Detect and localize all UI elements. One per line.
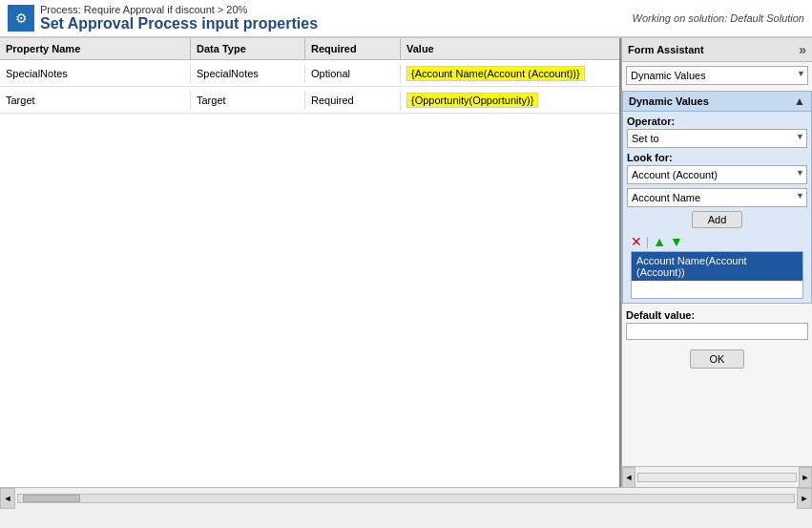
icon-toolbar: ✕ | ▲ ▼ bbox=[627, 232, 807, 251]
scroll-thumb[interactable] bbox=[23, 495, 80, 502]
operator-select-wrapper: Set to bbox=[627, 129, 807, 148]
collapse-icon[interactable]: » bbox=[799, 42, 806, 57]
separator: | bbox=[646, 235, 649, 248]
lookfor-label: Look for: bbox=[627, 152, 807, 163]
right-scroll-track bbox=[637, 473, 797, 482]
data-type-1: Target bbox=[191, 91, 305, 110]
default-value-input[interactable] bbox=[626, 323, 808, 340]
default-value-section: Default value: bbox=[622, 306, 812, 344]
collapse-dv-icon[interactable]: ▲ bbox=[794, 95, 805, 108]
property-name-0: SpecialNotes bbox=[0, 64, 191, 83]
scroll-right-arrow[interactable]: ► bbox=[797, 488, 812, 509]
value-tag-1[interactable]: {Opportunity(Opportunity)} bbox=[406, 93, 538, 108]
field-select[interactable]: Account Name bbox=[627, 188, 807, 207]
dynamic-values-body: Operator: Set to Look for: Account (Acco… bbox=[623, 112, 811, 303]
add-button[interactable]: Add bbox=[692, 211, 743, 228]
col-header-value: Value bbox=[401, 38, 619, 59]
value-cell-0: {Account Name(Account (Account))} bbox=[401, 62, 619, 85]
dynamic-values-section: Dynamic Values ▲ Operator: Set to Look f… bbox=[622, 91, 812, 304]
dynamic-values-select[interactable]: Dynamic Values bbox=[626, 66, 808, 85]
working-on-label: Working on solution: Default Solution bbox=[633, 12, 804, 24]
col-header-required: Required bbox=[305, 38, 401, 59]
left-panel: Property Name Data Type Required Value S… bbox=[0, 38, 621, 487]
operator-row: Operator: Set to bbox=[627, 116, 807, 148]
page-title: Set Approval Process input properties bbox=[40, 15, 318, 32]
property-name-1: Target bbox=[0, 91, 191, 110]
table-row: SpecialNotes SpecialNotes Optional {Acco… bbox=[0, 60, 619, 87]
col-header-property: Property Name bbox=[0, 38, 191, 59]
dynamic-values-section-header: Dynamic Values ▲ bbox=[623, 92, 811, 112]
lookfor-row: Look for: Account (Account) bbox=[627, 152, 807, 184]
field-row: Account Name bbox=[627, 188, 807, 207]
table-header: Property Name Data Type Required Value bbox=[0, 38, 619, 60]
bottom-scrollbar: ◄ ► bbox=[0, 487, 812, 508]
ok-button[interactable]: OK bbox=[690, 349, 745, 369]
scroll-left-arrow[interactable]: ◄ bbox=[0, 488, 15, 509]
right-panel: Form Assistant » Dynamic Values Dynamic … bbox=[621, 38, 812, 487]
dynamic-values-row: Dynamic Values bbox=[622, 62, 812, 89]
scroll-track bbox=[17, 494, 795, 503]
dynamic-values-select-wrapper: Dynamic Values bbox=[626, 66, 808, 85]
default-value-label: Default value: bbox=[626, 309, 808, 321]
remove-icon[interactable]: ✕ bbox=[631, 234, 642, 249]
form-assistant-header: Form Assistant » bbox=[622, 38, 812, 62]
value-cell-1: {Opportunity(Opportunity)} bbox=[401, 89, 619, 112]
table-row: Target Target Required {Opportunity(Oppo… bbox=[0, 87, 619, 114]
col-header-datatype: Data Type bbox=[191, 38, 305, 59]
required-0: Optional bbox=[305, 64, 401, 83]
value-tag-0[interactable]: {Account Name(Account (Account))} bbox=[406, 66, 585, 81]
top-bar-left: ⚙ Process: Require Approval if discount … bbox=[8, 4, 318, 32]
operator-label: Operator: bbox=[627, 116, 807, 127]
move-up-icon[interactable]: ▲ bbox=[653, 234, 666, 249]
lookfor-select[interactable]: Account (Account) bbox=[627, 165, 807, 184]
process-text: Process: Require Approval if discount > … bbox=[40, 4, 318, 15]
gear-icon: ⚙ bbox=[8, 5, 34, 32]
move-down-icon[interactable]: ▼ bbox=[670, 234, 683, 249]
data-type-0: SpecialNotes bbox=[191, 64, 305, 83]
right-scroll-left-arrow[interactable]: ◄ bbox=[622, 467, 635, 488]
top-bar-text-group: Process: Require Approval if discount > … bbox=[40, 4, 318, 32]
top-bar: ⚙ Process: Require Approval if discount … bbox=[0, 0, 812, 37]
field-select-wrapper: Account Name bbox=[627, 188, 807, 207]
right-scroll-right-arrow[interactable]: ► bbox=[799, 467, 812, 488]
dynamic-values-section-label: Dynamic Values bbox=[629, 95, 709, 107]
main-container: Property Name Data Type Required Value S… bbox=[0, 37, 812, 487]
lookfor-select-wrapper: Account (Account) bbox=[627, 165, 807, 184]
required-1: Required bbox=[305, 91, 401, 110]
selected-item[interactable]: Account Name(Account (Account)) bbox=[632, 252, 802, 281]
right-scrollbar: ◄ ► bbox=[622, 466, 812, 487]
form-assistant-title: Form Assistant bbox=[628, 44, 704, 55]
selected-list: Account Name(Account (Account)) bbox=[631, 251, 803, 299]
operator-select[interactable]: Set to bbox=[627, 129, 807, 148]
